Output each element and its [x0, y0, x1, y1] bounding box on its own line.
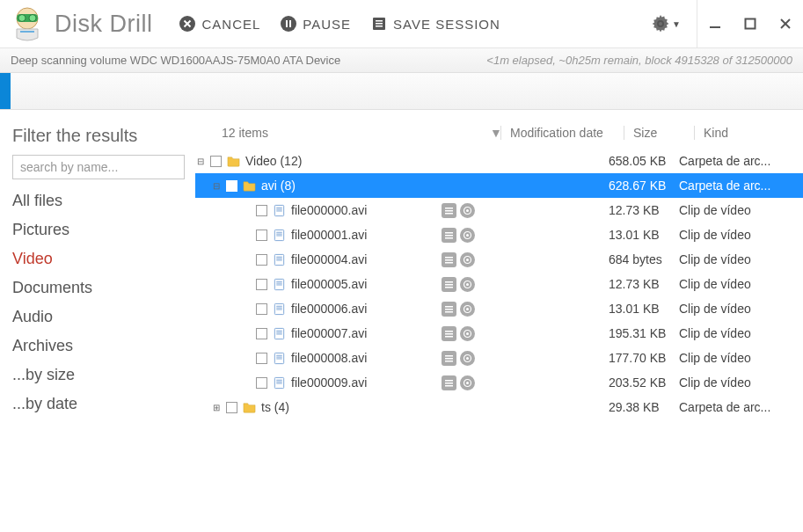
save-session-button[interactable]: SAVE SESSION [370, 15, 500, 33]
column-kind[interactable]: Kind [694, 126, 803, 140]
details-button[interactable] [442, 326, 456, 341]
item-name: file000000.avi [291, 203, 367, 217]
svg-rect-46 [276, 282, 282, 283]
svg-rect-68 [445, 336, 453, 338]
row-checkbox[interactable] [256, 353, 267, 364]
row-checkbox[interactable] [256, 328, 267, 339]
preview-button[interactable] [460, 302, 475, 317]
filter-list: All filesPicturesVideoDocumentsAudioArch… [12, 192, 185, 413]
file-row[interactable]: file000009.avi203.52 KBClip de vídeo [195, 370, 803, 395]
preview-button[interactable] [460, 326, 475, 341]
column-items[interactable]: 12 items [195, 126, 490, 140]
collapse-icon[interactable]: ⊟ [195, 157, 206, 166]
filter-item[interactable]: Archives [12, 337, 185, 355]
collapse-icon[interactable]: ⊟ [211, 181, 222, 191]
preview-button[interactable] [460, 277, 475, 292]
preview-button[interactable] [460, 252, 475, 267]
item-name: file000001.avi [291, 228, 367, 242]
svg-rect-75 [445, 355, 453, 357]
preview-button[interactable] [460, 375, 475, 390]
svg-rect-27 [276, 231, 282, 232]
svg-rect-48 [445, 281, 453, 283]
svg-point-2 [18, 15, 26, 22]
column-size[interactable]: Size [624, 126, 694, 140]
cancel-icon [179, 15, 196, 33]
svg-rect-84 [445, 380, 453, 382]
svg-rect-23 [445, 213, 453, 215]
row-checkbox[interactable] [256, 205, 267, 216]
row-checkbox[interactable] [210, 156, 222, 167]
pause-button[interactable]: PAUSE [280, 15, 351, 33]
row-checkbox[interactable] [256, 230, 267, 241]
svg-rect-81 [276, 379, 282, 380]
size-cell: 29.38 KB [609, 400, 679, 414]
item-name: file000006.avi [291, 302, 367, 316]
row-checkbox[interactable] [256, 279, 267, 290]
kind-cell: Clip de vídeo [679, 351, 803, 365]
active-tab-indicator[interactable] [0, 73, 11, 109]
file-row[interactable]: file000008.avi177.70 KBClip de vídeo [195, 346, 803, 370]
details-button[interactable] [442, 228, 456, 243]
preview-button[interactable] [460, 351, 475, 366]
details-button[interactable] [442, 302, 456, 317]
svg-point-3 [29, 15, 36, 22]
main-area: Filter the results All filesPicturesVide… [0, 110, 803, 532]
filter-item[interactable]: Video [12, 250, 185, 268]
cancel-button[interactable]: CANCEL [179, 15, 260, 33]
svg-rect-10 [376, 20, 383, 22]
dropdown-caret-icon: ▼ [672, 19, 681, 29]
settings-button[interactable]: ▼ [636, 0, 697, 48]
file-row[interactable]: file000006.avi13.01 KBClip de vídeo [195, 296, 803, 321]
preview-button[interactable] [460, 228, 475, 243]
minimize-button[interactable] [697, 0, 733, 48]
row-checkbox[interactable] [226, 180, 237, 192]
svg-rect-45 [276, 281, 282, 281]
folder-row[interactable]: ⊟avi (8)628.67 KBCarpeta de arc... [195, 173, 803, 198]
row-checkbox[interactable] [256, 303, 267, 315]
file-row[interactable]: file000007.avi195.31 KBClip de vídeo [195, 321, 803, 346]
details-button[interactable] [442, 203, 456, 218]
cancel-label: CANCEL [201, 17, 260, 32]
file-icon [272, 326, 286, 340]
file-row[interactable]: file000005.avi12.73 KBClip de vídeo [195, 272, 803, 296]
filter-item[interactable]: ...by date [12, 395, 185, 413]
column-modification-date[interactable]: Modification date [500, 126, 624, 140]
preview-button[interactable] [460, 203, 475, 218]
file-row[interactable]: file000004.avi684 bytesClip de vídeo [195, 247, 803, 272]
file-row[interactable]: file000000.avi12.73 KBClip de vídeo [195, 198, 803, 222]
svg-rect-4 [20, 31, 34, 33]
size-cell: 195.31 KB [609, 326, 679, 340]
details-button[interactable] [442, 351, 456, 366]
pause-icon [280, 15, 297, 33]
file-icon [272, 375, 286, 390]
search-input[interactable] [12, 155, 185, 179]
svg-rect-82 [276, 381, 282, 382]
filter-item[interactable]: ...by size [12, 366, 185, 384]
svg-rect-8 [289, 20, 291, 27]
item-name: file000009.avi [291, 375, 367, 390]
sort-indicator-icon[interactable]: ▼ [490, 126, 500, 140]
maximize-button[interactable] [733, 0, 768, 48]
filter-item[interactable]: Documents [12, 279, 185, 297]
expand-icon[interactable]: ⊞ [211, 403, 222, 412]
details-button[interactable] [442, 375, 456, 390]
svg-rect-58 [445, 309, 453, 310]
svg-rect-83 [276, 383, 282, 383]
filter-item[interactable]: All files [12, 192, 185, 210]
folder-row[interactable]: ⊞ts (4)29.38 KBCarpeta de arc... [195, 395, 803, 419]
kind-cell: Clip de vídeo [679, 203, 803, 217]
folder-row[interactable]: ⊟Video (12)658.05 KBCarpeta de arc... [195, 149, 803, 173]
folder-icon [226, 154, 240, 168]
file-row[interactable]: file000001.avi13.01 KBClip de vídeo [195, 222, 803, 247]
row-checkbox[interactable] [226, 402, 237, 413]
filter-item[interactable]: Audio [12, 308, 185, 326]
filter-item[interactable]: Pictures [12, 221, 185, 239]
row-checkbox[interactable] [256, 254, 267, 266]
row-checkbox[interactable] [256, 377, 267, 389]
svg-point-6 [281, 16, 296, 32]
details-button[interactable] [442, 277, 456, 292]
size-cell: 203.52 KB [609, 375, 679, 390]
close-button[interactable] [768, 0, 803, 48]
status-bar: Deep scanning volume WDC WD1600AAJS-75M0… [0, 48, 803, 73]
details-button[interactable] [442, 252, 456, 267]
